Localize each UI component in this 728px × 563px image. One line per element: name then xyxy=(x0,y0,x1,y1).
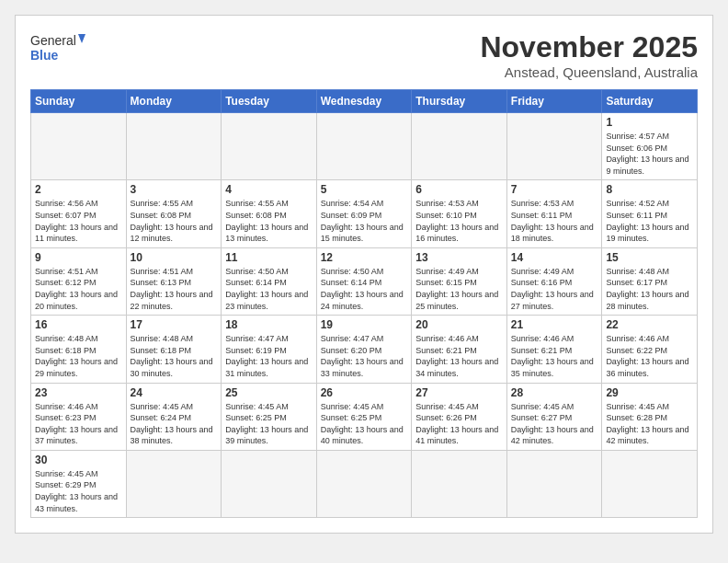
day-number: 23 xyxy=(35,386,122,399)
calendar-cell: 29Sunrise: 4:45 AM Sunset: 6:28 PM Dayli… xyxy=(602,383,698,450)
day-info: Sunrise: 4:46 AM Sunset: 6:21 PM Dayligh… xyxy=(415,333,503,379)
day-info: Sunrise: 4:45 AM Sunset: 6:24 PM Dayligh… xyxy=(131,401,218,447)
logo-icon: General Blue xyxy=(30,30,85,63)
calendar-subtitle: Anstead, Queensland, Australia xyxy=(480,64,698,80)
day-number: 12 xyxy=(321,251,408,264)
calendar-cell xyxy=(506,113,602,180)
day-info: Sunrise: 4:55 AM Sunset: 6:08 PM Dayligh… xyxy=(225,198,313,244)
day-number: 25 xyxy=(225,386,313,399)
day-info: Sunrise: 4:47 AM Sunset: 6:20 PM Dayligh… xyxy=(321,333,408,379)
title-area: November 2025 Anstead, Queensland, Austr… xyxy=(480,30,698,80)
calendar-cell: 27Sunrise: 4:45 AM Sunset: 6:26 PM Dayli… xyxy=(412,383,507,450)
calendar-cell xyxy=(602,450,698,517)
calendar-cell xyxy=(316,113,412,180)
day-info: Sunrise: 4:57 AM Sunset: 6:06 PM Dayligh… xyxy=(606,131,693,177)
calendar-cell: 10Sunrise: 4:51 AM Sunset: 6:13 PM Dayli… xyxy=(126,247,222,315)
day-number: 8 xyxy=(606,183,693,196)
day-number: 15 xyxy=(606,251,693,264)
calendar-cell: 19Sunrise: 4:47 AM Sunset: 6:20 PM Dayli… xyxy=(316,316,412,383)
day-info: Sunrise: 4:48 AM Sunset: 6:18 PM Dayligh… xyxy=(131,333,218,379)
calendar-cell: 14Sunrise: 4:49 AM Sunset: 6:16 PM Dayli… xyxy=(506,247,602,315)
day-info: Sunrise: 4:52 AM Sunset: 6:11 PM Dayligh… xyxy=(606,198,693,244)
calendar-week-row: 2Sunrise: 4:56 AM Sunset: 6:07 PM Daylig… xyxy=(31,180,698,247)
calendar-cell xyxy=(412,450,507,517)
calendar-cell: 6Sunrise: 4:53 AM Sunset: 6:10 PM Daylig… xyxy=(412,180,507,247)
calendar-cell xyxy=(126,450,222,517)
day-number: 21 xyxy=(511,318,598,331)
header-sunday: Sunday xyxy=(31,90,127,113)
header-tuesday: Tuesday xyxy=(222,90,317,113)
calendar-week-row: 30Sunrise: 4:45 AM Sunset: 6:29 PM Dayli… xyxy=(31,450,698,517)
day-number: 24 xyxy=(131,386,218,399)
header-saturday: Saturday xyxy=(602,90,698,113)
day-info: Sunrise: 4:55 AM Sunset: 6:08 PM Dayligh… xyxy=(131,198,218,244)
day-number: 20 xyxy=(415,318,503,331)
calendar-title: November 2025 xyxy=(480,30,698,64)
calendar-cell: 26Sunrise: 4:45 AM Sunset: 6:25 PM Dayli… xyxy=(316,383,412,450)
svg-text:Blue: Blue xyxy=(30,48,59,63)
day-number: 11 xyxy=(225,251,313,264)
logo: General Blue xyxy=(30,30,85,63)
header-monday: Monday xyxy=(126,90,222,113)
day-info: Sunrise: 4:51 AM Sunset: 6:12 PM Dayligh… xyxy=(35,266,122,312)
calendar-week-row: 16Sunrise: 4:48 AM Sunset: 6:18 PM Dayli… xyxy=(31,316,698,383)
calendar-cell: 25Sunrise: 4:45 AM Sunset: 6:25 PM Dayli… xyxy=(222,383,317,450)
calendar-cell: 3Sunrise: 4:55 AM Sunset: 6:08 PM Daylig… xyxy=(126,180,222,247)
day-number: 13 xyxy=(415,251,503,264)
day-number: 27 xyxy=(415,386,503,399)
calendar-cell xyxy=(31,113,127,180)
day-number: 29 xyxy=(606,386,693,399)
day-number: 16 xyxy=(35,318,122,331)
day-number: 28 xyxy=(511,386,598,399)
calendar-cell: 13Sunrise: 4:49 AM Sunset: 6:15 PM Dayli… xyxy=(412,247,507,315)
day-info: Sunrise: 4:48 AM Sunset: 6:17 PM Dayligh… xyxy=(606,266,693,312)
calendar-cell xyxy=(412,113,507,180)
day-info: Sunrise: 4:56 AM Sunset: 6:07 PM Dayligh… xyxy=(35,198,122,244)
header-friday: Friday xyxy=(506,90,602,113)
svg-marker-2 xyxy=(78,34,85,43)
day-info: Sunrise: 4:45 AM Sunset: 6:27 PM Dayligh… xyxy=(511,401,598,447)
day-info: Sunrise: 4:45 AM Sunset: 6:29 PM Dayligh… xyxy=(35,468,122,514)
calendar-header-row: SundayMondayTuesdayWednesdayThursdayFrid… xyxy=(31,90,698,113)
day-info: Sunrise: 4:53 AM Sunset: 6:11 PM Dayligh… xyxy=(511,198,598,244)
calendar-table: SundayMondayTuesdayWednesdayThursdayFrid… xyxy=(30,89,698,518)
calendar-cell: 11Sunrise: 4:50 AM Sunset: 6:14 PM Dayli… xyxy=(222,247,317,315)
day-number: 7 xyxy=(511,183,598,196)
day-info: Sunrise: 4:54 AM Sunset: 6:09 PM Dayligh… xyxy=(321,198,408,244)
day-info: Sunrise: 4:49 AM Sunset: 6:15 PM Dayligh… xyxy=(415,266,503,312)
header: General Blue November 2025 Anstead, Quee… xyxy=(30,30,698,80)
day-info: Sunrise: 4:53 AM Sunset: 6:10 PM Dayligh… xyxy=(415,198,503,244)
calendar-cell: 2Sunrise: 4:56 AM Sunset: 6:07 PM Daylig… xyxy=(31,180,127,247)
calendar-cell xyxy=(506,450,602,517)
day-number: 1 xyxy=(606,116,693,129)
day-info: Sunrise: 4:45 AM Sunset: 6:25 PM Dayligh… xyxy=(321,401,408,447)
day-number: 10 xyxy=(131,251,218,264)
day-number: 5 xyxy=(321,183,408,196)
calendar-cell: 8Sunrise: 4:52 AM Sunset: 6:11 PM Daylig… xyxy=(602,180,698,247)
calendar-cell xyxy=(222,450,317,517)
day-number: 30 xyxy=(35,454,122,466)
day-info: Sunrise: 4:45 AM Sunset: 6:26 PM Dayligh… xyxy=(415,401,503,447)
header-thursday: Thursday xyxy=(412,90,507,113)
day-number: 26 xyxy=(321,386,408,399)
day-info: Sunrise: 4:50 AM Sunset: 6:14 PM Dayligh… xyxy=(321,266,408,312)
day-number: 4 xyxy=(225,183,313,196)
calendar-cell: 17Sunrise: 4:48 AM Sunset: 6:18 PM Dayli… xyxy=(126,316,222,383)
calendar-cell: 22Sunrise: 4:46 AM Sunset: 6:22 PM Dayli… xyxy=(602,316,698,383)
calendar-cell xyxy=(316,450,412,517)
day-info: Sunrise: 4:51 AM Sunset: 6:13 PM Dayligh… xyxy=(131,266,218,312)
calendar-cell xyxy=(126,113,222,180)
day-info: Sunrise: 4:46 AM Sunset: 6:22 PM Dayligh… xyxy=(606,333,693,379)
day-number: 2 xyxy=(35,183,122,196)
calendar-cell: 5Sunrise: 4:54 AM Sunset: 6:09 PM Daylig… xyxy=(316,180,412,247)
calendar-cell: 20Sunrise: 4:46 AM Sunset: 6:21 PM Dayli… xyxy=(412,316,507,383)
calendar-cell: 30Sunrise: 4:45 AM Sunset: 6:29 PM Dayli… xyxy=(31,450,127,517)
day-number: 19 xyxy=(321,318,408,331)
day-info: Sunrise: 4:46 AM Sunset: 6:21 PM Dayligh… xyxy=(511,333,598,379)
calendar-cell: 9Sunrise: 4:51 AM Sunset: 6:12 PM Daylig… xyxy=(31,247,127,315)
day-info: Sunrise: 4:46 AM Sunset: 6:23 PM Dayligh… xyxy=(35,401,122,447)
day-info: Sunrise: 4:50 AM Sunset: 6:14 PM Dayligh… xyxy=(225,266,313,312)
day-number: 9 xyxy=(35,251,122,264)
day-info: Sunrise: 4:45 AM Sunset: 6:28 PM Dayligh… xyxy=(606,401,693,447)
calendar-cell: 28Sunrise: 4:45 AM Sunset: 6:27 PM Dayli… xyxy=(506,383,602,450)
